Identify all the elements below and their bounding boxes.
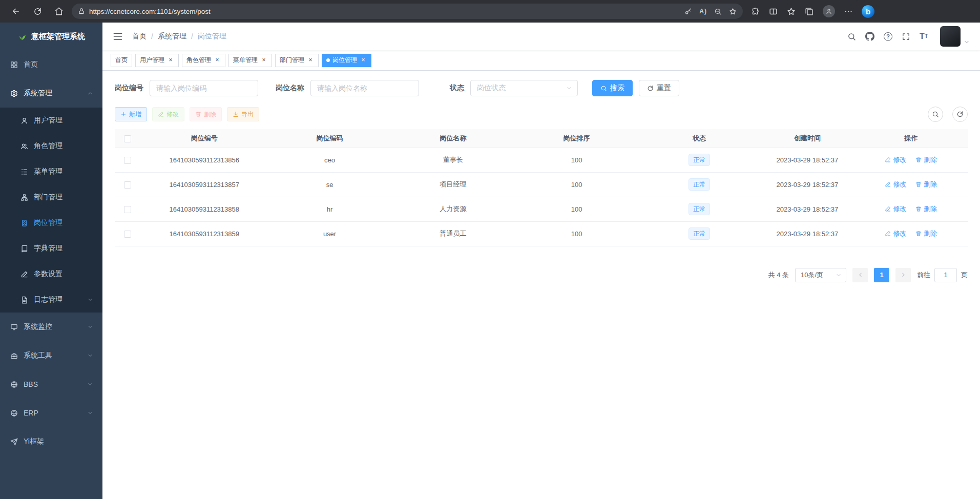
breadcrumb-system-mgmt[interactable]: 系统管理 <box>158 32 186 41</box>
sidebar-item-system-mgmt[interactable]: 系统管理 <box>0 79 102 108</box>
edit-button[interactable]: 修改 <box>152 107 184 121</box>
row-edit-button[interactable]: 修改 <box>885 155 906 164</box>
tab-user-mgmt[interactable]: 用户管理 × <box>135 54 179 67</box>
sidebar-item-role-mgmt[interactable]: 角色管理 <box>0 133 102 159</box>
column-post-sort: 岗位排序 <box>515 129 638 148</box>
sidebar-item-system-tools[interactable]: 系统工具 <box>0 341 102 370</box>
tab-close-icon[interactable]: × <box>307 57 314 64</box>
fullscreen-icon[interactable] <box>902 32 910 41</box>
table-row[interactable]: 1641030593112313857 se 项目经理 100 正常 2023-… <box>115 172 968 197</box>
back-button[interactable] <box>7 3 25 20</box>
tab-close-icon[interactable]: × <box>214 57 221 64</box>
extensions-puzzle-icon[interactable] <box>751 7 760 16</box>
tab-close-icon[interactable]: × <box>167 57 174 64</box>
sidebar-item-dept-mgmt[interactable]: 部门管理 <box>0 184 102 210</box>
sidebar-item-menu-mgmt[interactable]: 菜单管理 <box>0 159 102 184</box>
row-edit-label: 修改 <box>893 180 906 189</box>
sidebar-item-log-mgmt[interactable]: 日志管理 <box>0 287 102 313</box>
row-delete-button[interactable]: 删除 <box>915 155 937 164</box>
add-button[interactable]: 新增 <box>115 107 147 121</box>
tab-dept-mgmt[interactable]: 部门管理 × <box>275 54 319 67</box>
delete-button[interactable]: 删除 <box>190 107 222 121</box>
page-number-button[interactable]: 1 <box>874 268 889 282</box>
globe-icon <box>10 409 18 417</box>
split-screen-icon[interactable] <box>769 7 778 16</box>
sidebar-item-dict-mgmt[interactable]: 字典管理 <box>0 236 102 261</box>
post-name-input[interactable] <box>310 80 419 96</box>
bing-copilot-icon[interactable]: b <box>862 5 874 18</box>
font-size-icon[interactable]: TT <box>920 32 928 40</box>
tab-role-mgmt[interactable]: 角色管理 × <box>182 54 225 67</box>
sidebar-item-system-monitor[interactable]: 系统监控 <box>0 313 102 341</box>
table-row[interactable]: 1641030593112313856 ceo 董事长 100 正常 2023-… <box>115 148 968 172</box>
header-search-icon[interactable] <box>847 32 856 41</box>
sidebar-item-bbs[interactable]: BBS <box>0 370 102 399</box>
user-menu[interactable] <box>940 26 970 47</box>
export-button[interactable]: 导出 <box>227 107 259 121</box>
table-row[interactable]: 1641030593112313859 user 普通员工 100 正常 202… <box>115 221 968 246</box>
browser-profile-avatar[interactable] <box>823 5 835 17</box>
sidebar-item-user-mgmt[interactable]: 用户管理 <box>0 108 102 133</box>
reset-button[interactable]: 重置 <box>639 80 679 96</box>
row-checkbox[interactable] <box>124 231 131 238</box>
chevron-right-icon <box>900 272 907 278</box>
row-edit-button[interactable]: 修改 <box>885 229 906 238</box>
zoom-out-icon[interactable] <box>714 8 722 15</box>
row-delete-button[interactable]: 删除 <box>915 229 937 238</box>
next-page-button[interactable] <box>895 268 911 282</box>
chevron-down-icon <box>87 352 93 359</box>
refresh-table-button[interactable] <box>952 107 968 122</box>
toggle-search-button[interactable] <box>928 107 943 122</box>
row-checkbox[interactable] <box>124 206 131 213</box>
tab-close-icon[interactable]: × <box>360 57 367 64</box>
search-form: 岗位编号 岗位名称 状态 岗位状态 搜索 重置 <box>115 80 968 96</box>
select-all-checkbox[interactable] <box>124 135 131 142</box>
url-text[interactable]: https://ccnetcore.com:1101/system/post <box>89 8 680 15</box>
page-size-select[interactable]: 10条/页 <box>795 268 846 282</box>
github-icon[interactable] <box>865 32 874 41</box>
address-bar[interactable]: https://ccnetcore.com:1101/system/post A… <box>72 4 743 19</box>
favorites-icon[interactable] <box>787 7 796 16</box>
row-delete-button[interactable]: 删除 <box>915 204 937 214</box>
breadcrumb-home[interactable]: 首页 <box>132 32 147 41</box>
status-select[interactable]: 岗位状态 <box>470 80 578 96</box>
search-button[interactable]: 搜索 <box>592 80 633 96</box>
site-info-icon[interactable] <box>78 8 85 15</box>
row-checkbox[interactable] <box>124 157 131 164</box>
sidebar-toggle-icon[interactable] <box>113 31 123 41</box>
row-delete-button[interactable]: 删除 <box>915 180 937 189</box>
home-button[interactable] <box>50 3 68 20</box>
sidebar-item-post-mgmt[interactable]: 岗位管理 <box>0 210 102 236</box>
app-title: 意框架管理系统 <box>31 32 85 41</box>
tab-post-mgmt[interactable]: 岗位管理 × <box>322 54 371 67</box>
row-edit-button[interactable]: 修改 <box>885 204 906 214</box>
help-icon[interactable]: ? <box>884 32 892 41</box>
sidebar-item-yi-framework[interactable]: Yi框架 <box>0 427 102 456</box>
row-checkbox[interactable] <box>124 181 131 189</box>
user-avatar[interactable] <box>940 26 961 47</box>
sidebar-item-param-settings[interactable]: 参数设置 <box>0 261 102 287</box>
cell-post-sort: 100 <box>515 172 638 197</box>
sidebar-item-erp[interactable]: ERP <box>0 399 102 427</box>
pencil-icon <box>885 157 891 163</box>
goto-page-input[interactable] <box>934 268 957 282</box>
page-content: 岗位编号 岗位名称 状态 岗位状态 搜索 重置 <box>102 71 980 499</box>
tab-home[interactable]: 首页 <box>111 54 132 67</box>
sidebar-item-home[interactable]: 首页 <box>0 50 102 79</box>
browser-menu-icon[interactable]: ⋯ <box>844 7 852 15</box>
globe-icon <box>10 381 18 388</box>
app-header: 首页 / 系统管理 / 岗位管理 ? TT <box>102 23 980 50</box>
tab-close-icon[interactable]: × <box>260 57 267 64</box>
post-code-input[interactable] <box>150 80 258 96</box>
add-favorite-star-icon[interactable] <box>729 8 737 15</box>
refresh-button[interactable] <box>29 3 46 20</box>
row-edit-button[interactable]: 修改 <box>885 180 906 189</box>
row-delete-label: 删除 <box>924 180 937 189</box>
tab-menu-mgmt[interactable]: 菜单管理 × <box>228 54 272 67</box>
table-row[interactable]: 1641030593112313858 hr 人力资源 100 正常 2023-… <box>115 197 968 221</box>
collections-icon[interactable] <box>805 7 814 16</box>
read-aloud-icon[interactable]: A) <box>699 8 707 15</box>
password-key-icon[interactable] <box>684 8 692 15</box>
chevron-down-icon <box>87 297 93 303</box>
prev-page-button[interactable] <box>852 268 868 282</box>
